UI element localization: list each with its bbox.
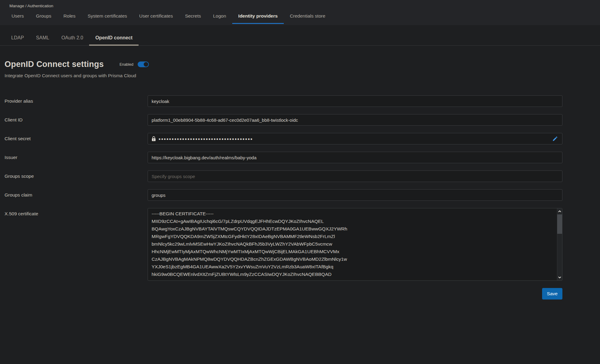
title-row: OpenID Connect settings Enabled bbox=[5, 60, 567, 69]
issuer-row: Issuer bbox=[5, 152, 562, 163]
tab-secrets[interactable]: Secrets bbox=[179, 13, 207, 24]
groups-scope-label: Groups scope bbox=[5, 170, 148, 182]
page-title: OpenID Connect settings bbox=[5, 60, 104, 69]
x509-certificate-row: X.509 certificate -----BEGIN CERTIFICATE… bbox=[5, 208, 562, 281]
x509-certificate-label: X.509 certificate bbox=[5, 208, 148, 281]
subtab-openid-connect[interactable]: OpenID connect bbox=[89, 35, 139, 46]
lock-icon bbox=[152, 136, 156, 141]
tab-user-certificates[interactable]: User certificates bbox=[133, 13, 179, 24]
issuer-input[interactable] bbox=[148, 152, 562, 163]
groups-scope-input[interactable] bbox=[148, 170, 562, 182]
subtab-oauth2[interactable]: OAuth 2.0 bbox=[55, 35, 89, 46]
save-row: Save bbox=[5, 288, 562, 299]
tab-system-certificates[interactable]: System certificates bbox=[82, 13, 133, 24]
main-tab-bar: Users Groups Roles System certificates U… bbox=[0, 8, 600, 24]
tab-logon[interactable]: Logon bbox=[207, 13, 232, 24]
issuer-label: Issuer bbox=[5, 152, 148, 163]
subtab-ldap[interactable]: LDAP bbox=[5, 35, 30, 46]
groups-claim-input[interactable] bbox=[148, 189, 562, 201]
tab-groups[interactable]: Groups bbox=[30, 13, 57, 24]
groups-claim-row: Groups claim bbox=[5, 189, 562, 201]
tab-users[interactable]: Users bbox=[5, 13, 30, 24]
client-secret-masked-value: •••••••••••••••••••••••••••••••••••• bbox=[159, 136, 253, 142]
openid-settings-panel: OpenID Connect settings Enabled Integrat… bbox=[0, 60, 567, 299]
textarea-scrollbar[interactable] bbox=[557, 208, 562, 280]
breadcrumb: Manage / Authentication bbox=[0, 0, 600, 8]
openid-settings-form: Provider alias Client ID Client secret •… bbox=[5, 95, 562, 281]
chevron-up-icon[interactable] bbox=[557, 208, 562, 214]
scrollbar-thumb[interactable] bbox=[557, 214, 562, 234]
client-id-row: Client ID bbox=[5, 114, 562, 126]
tab-roles[interactable]: Roles bbox=[57, 13, 82, 24]
x509-certificate-textarea[interactable]: -----BEGIN CERTIFICATE----- MIID9zCCAt+g… bbox=[148, 208, 556, 280]
tab-identity-providers[interactable]: Identity providers bbox=[232, 13, 284, 24]
top-header: Manage / Authentication Users Groups Rol… bbox=[0, 0, 600, 25]
tab-credentials-store[interactable]: Credentials store bbox=[284, 13, 331, 24]
enabled-label: Enabled bbox=[119, 62, 133, 67]
chevron-down-icon[interactable] bbox=[557, 274, 562, 280]
save-button[interactable]: Save bbox=[542, 288, 562, 299]
groups-claim-label: Groups claim bbox=[5, 189, 148, 201]
pencil-icon[interactable] bbox=[551, 135, 558, 142]
client-id-input[interactable] bbox=[148, 114, 562, 126]
page-description: Integrate OpenID Connect users and group… bbox=[5, 73, 567, 78]
scrollbar-track[interactable] bbox=[557, 214, 562, 274]
provider-alias-input[interactable] bbox=[148, 95, 562, 107]
provider-alias-row: Provider alias bbox=[5, 95, 562, 107]
client-id-label: Client ID bbox=[5, 114, 148, 126]
client-secret-label: Client secret bbox=[5, 133, 148, 144]
enabled-toggle[interactable] bbox=[138, 61, 149, 67]
subtab-saml[interactable]: SAML bbox=[30, 35, 55, 46]
client-secret-field: •••••••••••••••••••••••••••••••••••• bbox=[148, 133, 562, 144]
provider-alias-label: Provider alias bbox=[5, 95, 148, 107]
groups-scope-row: Groups scope bbox=[5, 170, 562, 182]
toggle-knob bbox=[144, 62, 148, 67]
x509-certificate-field: -----BEGIN CERTIFICATE----- MIID9zCCAt+g… bbox=[148, 208, 562, 281]
client-secret-row: Client secret ••••••••••••••••••••••••••… bbox=[5, 133, 562, 144]
identity-provider-tab-bar: LDAP SAML OAuth 2.0 OpenID connect bbox=[0, 32, 600, 46]
